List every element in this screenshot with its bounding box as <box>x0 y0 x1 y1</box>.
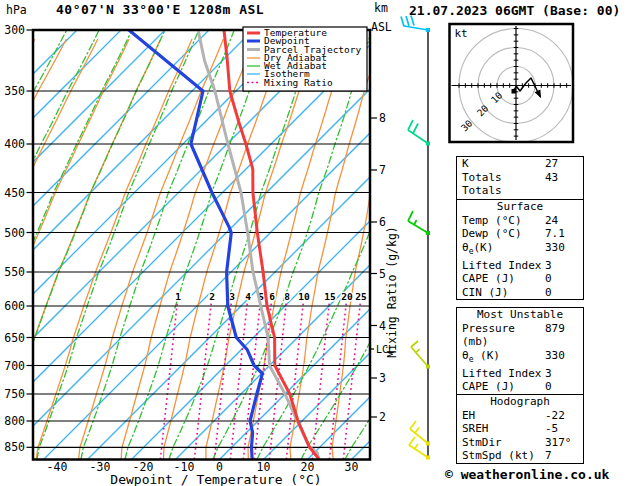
hodograph-arrow <box>535 89 541 98</box>
pressure-tick-label: 300 <box>4 23 25 37</box>
surface-value: 24 <box>545 214 583 228</box>
surface-value: 3 <box>545 259 583 273</box>
grid-line <box>160 301 177 460</box>
hodograph-value: 317° <box>545 436 583 450</box>
wet-adiabat <box>0 30 2 460</box>
hodograph-label: StmSpd (kt) <box>462 449 545 463</box>
hodograph-label: StmDir <box>462 436 545 450</box>
pressure-tick-label: 800 <box>4 414 25 428</box>
surface-label: θe(K) <box>462 241 545 259</box>
hodograph-plot: 102030 <box>452 26 574 143</box>
indices-label: Totals Totals <box>462 171 545 198</box>
surface-table-title: Surface <box>457 200 583 214</box>
most-unstable-row: Lifted Index3 <box>457 367 583 381</box>
most-unstable-row: θe (K)330 <box>457 349 583 367</box>
hodograph-value: 7 <box>545 449 583 463</box>
pressure-tick-label: 600 <box>4 299 25 313</box>
wind-barb-dot <box>426 28 430 32</box>
grid-line <box>343 301 360 460</box>
grid-line <box>411 341 418 347</box>
hodograph-value: -22 <box>545 409 583 423</box>
surface-row: Dewp (°C)7.1 <box>457 227 583 241</box>
surface-row: CAPE (J)0 <box>457 272 583 286</box>
dry-adiabat <box>332 40 412 460</box>
pressure-tick-label: 500 <box>4 226 25 240</box>
grid-line <box>254 301 271 460</box>
pressure-tick-label: 700 <box>4 359 25 373</box>
mixing-ratio-value: 25 <box>355 291 367 302</box>
most-unstable-table-title: Most Unstable <box>457 308 583 322</box>
hodograph-row: StmDir317° <box>457 436 583 450</box>
wind-barb-dot <box>426 365 430 369</box>
wind-barb-dot <box>426 142 430 146</box>
surface-row: Temp (°C)24 <box>457 214 583 228</box>
wet-adiabat <box>37 30 199 460</box>
hodograph-ring-label: 10 <box>489 89 505 105</box>
hodograph-ring-label: 20 <box>475 102 491 118</box>
surface-row: θe(K)330 <box>457 241 583 259</box>
grid-line <box>409 445 428 458</box>
wet-adiabat <box>169 30 318 460</box>
km-tick-label: 8 <box>379 111 386 125</box>
surface-table: Surface Temp (°C)24Dewp (°C)7.1θe(K)330L… <box>456 199 584 300</box>
grid-line <box>408 221 428 233</box>
grid-line <box>404 26 428 30</box>
dry-adiabat <box>36 40 192 460</box>
grid-line <box>410 421 416 429</box>
hodograph-trace <box>513 78 540 97</box>
mixing-ratio-value: 20 <box>341 291 353 302</box>
indices-value: 43 <box>545 171 583 198</box>
indices-row: Totals Totals43 <box>457 171 583 198</box>
hodograph-row: EH-22 <box>457 409 583 423</box>
most-unstable-label: Pressure (mb) <box>462 322 545 349</box>
most-unstable-label: CAPE (J) <box>462 380 545 394</box>
indices-row: K27 <box>457 157 583 171</box>
surface-label: Temp (°C) <box>462 214 545 228</box>
hodograph-table: Hodograph EH-22SREH-5StmDir317°StmSpd (k… <box>456 394 584 464</box>
most-unstable-row: Pressure (mb)879 <box>457 322 583 349</box>
surface-value: 0 <box>545 286 583 300</box>
mixing-ratio-value: 3 <box>229 291 235 302</box>
grid-line <box>88 30 518 460</box>
hodograph-unit-label: kt <box>455 27 468 40</box>
most-unstable-label: Lifted Index <box>462 367 545 381</box>
indices-label: K <box>462 157 545 171</box>
grid-line <box>415 428 419 434</box>
grid-line <box>401 17 404 27</box>
x-axis-label: Dewpoint / Temperature (°C) <box>0 472 432 486</box>
grid-line <box>414 220 417 225</box>
wind-barb-dot <box>426 231 430 235</box>
wet-adiabat <box>125 30 273 460</box>
grid-line <box>408 211 413 221</box>
hodograph-ring-label: 30 <box>459 117 475 133</box>
pressure-tick-label: 550 <box>4 265 25 279</box>
pressure-unit-label: hPa <box>6 3 27 17</box>
legend-label: Mixing Ratio <box>264 77 333 88</box>
mixing-ratio-axis-label: Mixing Ratio (g/kg) <box>385 226 399 358</box>
mixing-ratio-value: 15 <box>324 291 336 302</box>
mixing-ratio-value: 2 <box>209 291 215 302</box>
surface-label: Lifted Index <box>462 259 545 273</box>
surface-row: CIN (J)0 <box>457 286 583 300</box>
grid-line <box>408 120 413 130</box>
surface-value: 0 <box>545 272 583 286</box>
most-unstable-value: 0 <box>545 380 583 394</box>
grid-line <box>312 301 329 460</box>
most-unstable-value: 3 <box>545 367 583 381</box>
grid-line <box>408 130 428 144</box>
most-unstable-row: CAPE (J)0 <box>457 380 583 394</box>
km-tick-label: 7 <box>379 163 386 177</box>
mixing-ratio-value: 8 <box>284 291 290 302</box>
surface-label: CAPE (J) <box>462 272 545 286</box>
pressure-tick-label: 750 <box>4 387 25 401</box>
hodograph-row: StmSpd (kt)7 <box>457 449 583 463</box>
copyright: © weatheronline.co.uk <box>445 467 609 482</box>
altitude-ref-label: ASL <box>371 20 392 34</box>
wet-adiabat <box>81 30 234 460</box>
wet-adiabat <box>213 30 372 460</box>
grid-line <box>413 124 418 134</box>
most-unstable-value: 879 <box>545 322 583 349</box>
hodograph-row: SREH-5 <box>457 422 583 436</box>
surface-row: Lifted Index3 <box>457 259 583 273</box>
hodograph-table-title: Hodograph <box>457 395 583 409</box>
